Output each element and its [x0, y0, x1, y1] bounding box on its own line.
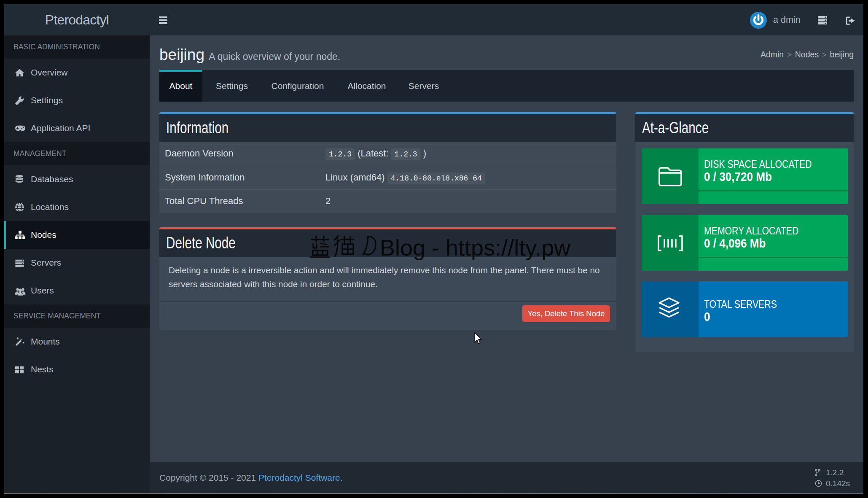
svg-text:Blog - https://lty.pw: Blog - https://lty.pw — [380, 235, 571, 260]
